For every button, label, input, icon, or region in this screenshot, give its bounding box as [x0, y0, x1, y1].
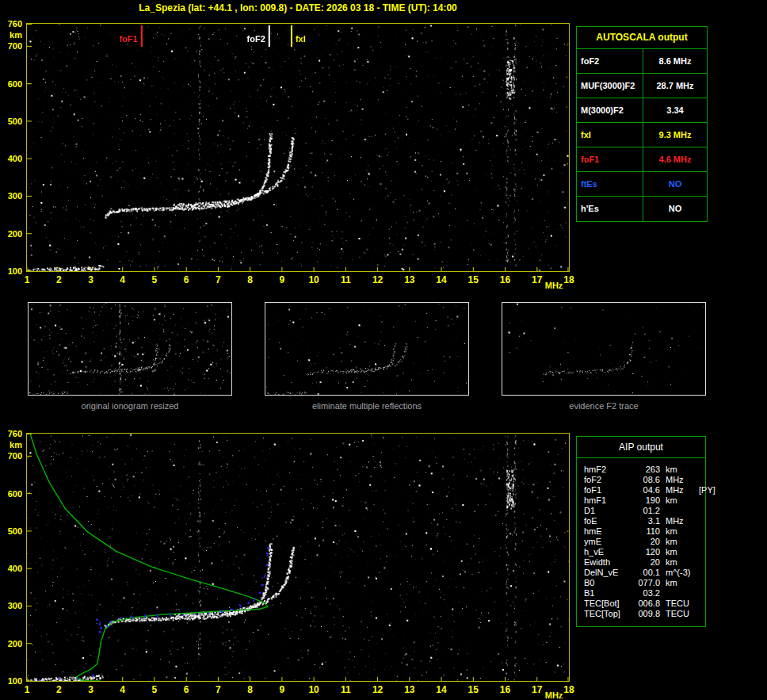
aip-param-unit: TECU [660, 609, 697, 619]
aip-row-hme: hmE110km [584, 526, 705, 537]
aip-param-note [697, 506, 705, 516]
aip-row-h-ve: h_vE120km [584, 547, 705, 557]
thumbnail-caption-original: original ionogram resized [28, 401, 232, 411]
autoscala-param-label: ftEs [577, 172, 643, 196]
aip-param-value: 01.2 [632, 506, 660, 516]
thumbnail-original-ionogram [28, 302, 232, 396]
aip-param-note [697, 588, 705, 599]
x-axis-tick-label: 17 [529, 274, 546, 285]
aip-param-unit: m^(-3) [660, 568, 697, 578]
aip-param-unit: MHz [660, 516, 697, 526]
aip-row-tec-bot-: TEC[Bot]006.8TECU [584, 599, 705, 609]
autoscala-row-h-es: h'EsNO [577, 197, 707, 221]
aip-param-value: 03.2 [632, 588, 660, 599]
autoscala-table-title: AUTOSCALA output [577, 27, 707, 49]
aip-param-unit: km [660, 495, 697, 506]
aip-param-note [697, 495, 705, 506]
aip-param-unit: km [660, 465, 697, 475]
aip-param-note [697, 568, 705, 578]
aip-param-label: foF2 [584, 475, 632, 485]
autoscala-row-fof2: foF28.6 MHz [577, 49, 707, 74]
x-axis-tick-label: 13 [401, 684, 418, 695]
x-axis-tick-label: 13 [401, 274, 418, 285]
autoscala-param-value: 28.7 MHz [643, 74, 707, 98]
aip-param-label: hmF2 [584, 465, 632, 475]
bottom-ionogram-panel [26, 433, 570, 682]
aip-row-b1: B103.2 [584, 588, 705, 599]
aip-param-value: 20 [632, 557, 660, 568]
autoscala-row-fof1: foF14.6 MHz [577, 147, 707, 172]
x-axis-tick-label: 8 [242, 684, 259, 695]
aip-param-note: [PY] [697, 485, 715, 495]
aip-param-value: 263 [632, 465, 660, 475]
autoscala-param-label: foF1 [577, 147, 643, 171]
aip-row-fof1: foF104.6MHz[PY] [584, 485, 705, 495]
aip-param-note [697, 526, 705, 537]
thumbnail-caption-f2: evidence F2 trace [502, 401, 706, 411]
y-axis-unit-label: km [10, 31, 22, 40]
aip-row-hmf2: hmF2263km [584, 465, 705, 475]
x-axis-tick-label: 4 [114, 684, 132, 695]
aip-param-label: B1 [584, 588, 632, 599]
autoscala-param-label: foF2 [577, 49, 643, 73]
y-axis-tick-label: 400 [8, 155, 22, 163]
x-axis-tick-label: 16 [497, 684, 514, 695]
aip-row-yme: ymE20km [584, 537, 705, 547]
aip-param-value: 190 [632, 495, 660, 506]
x-axis-tick-label: 3 [82, 684, 99, 695]
x-axis-tick-label: 3 [82, 274, 99, 285]
aip-param-value: 120 [632, 547, 660, 557]
station-date-title: La_Spezia (lat: +44.1 , lon: 009.8) - DA… [26, 2, 570, 13]
aip-param-value: 00.1 [632, 568, 660, 578]
y-axis-tick-label: 500 [8, 117, 22, 126]
autoscala-param-label: MUF(3000)F2 [577, 74, 643, 98]
top-plot-x-axis: 123456789101112131415161718MHz [26, 273, 597, 294]
autoscala-param-value: NO [643, 197, 707, 221]
x-axis-tick-label: 1 [18, 274, 36, 285]
autoscala-row-ftes: ftEsNO [577, 172, 707, 197]
aip-row-ewidth: Ewidth20km [584, 557, 705, 568]
aip-param-note [697, 465, 705, 475]
y-axis-tick-label: 400 [8, 564, 22, 573]
aip-param-label: B0 [584, 578, 632, 588]
aip-row-fof2: foF208.6MHz [584, 475, 705, 485]
y-axis-tick-label: 300 [8, 602, 22, 610]
aip-param-label: hmE [584, 526, 632, 537]
y-axis-tick-label: 700 [8, 452, 22, 461]
aip-param-value: 08.6 [632, 475, 660, 485]
aip-param-unit: km [660, 547, 697, 557]
aip-param-note [697, 609, 705, 619]
thumbnail-caption-multiples: eliminate multiple reflections [265, 401, 469, 411]
aip-param-note [697, 537, 705, 547]
autoscala-param-value: 4.6 MHz [643, 147, 707, 171]
bottom-ionogram-canvas [27, 434, 569, 681]
y-axis-tick-label: 760 [8, 430, 22, 438]
aip-param-unit: km [660, 537, 697, 547]
x-axis-tick-label: 8 [242, 274, 259, 285]
x-axis-unit-label: MHz [545, 690, 563, 700]
thumbnail-original-canvas [29, 303, 231, 395]
aip-param-note [697, 475, 705, 485]
aip-param-value: 006.8 [632, 599, 660, 609]
y-axis-unit-label: km [10, 441, 22, 449]
x-axis-tick-label: 5 [146, 274, 163, 285]
y-axis-tick-label: 600 [8, 490, 22, 499]
y-axis-tick-label: 600 [8, 80, 22, 89]
x-axis-tick-label: 14 [433, 684, 450, 695]
aip-param-unit [660, 588, 697, 599]
aip-param-label: h_vE [584, 547, 632, 557]
autoscala-row-fxi: fxI9.3 MHz [577, 123, 707, 147]
thumbnail-multiples-removed [265, 302, 469, 396]
aip-param-label: Ewidth [584, 557, 632, 568]
autoscala-output-table: AUTOSCALA output foF28.6 MHzMUF(3000)F22… [576, 26, 708, 222]
thumbnail-multiples-canvas [265, 303, 468, 395]
thumbnail-f2-canvas [502, 303, 705, 395]
autoscala-param-label: h'Es [577, 197, 643, 221]
autoscala-row-muf-3000-f2: MUF(3000)F228.7 MHz [577, 74, 707, 98]
thumbnail-f2-evidence [502, 302, 706, 396]
aip-param-unit: MHz [660, 475, 697, 485]
x-axis-tick-label: 6 [177, 684, 195, 695]
aip-param-value: 04.6 [632, 485, 660, 495]
x-axis-tick-label: 5 [146, 684, 163, 695]
aip-param-value: 110 [632, 526, 660, 537]
